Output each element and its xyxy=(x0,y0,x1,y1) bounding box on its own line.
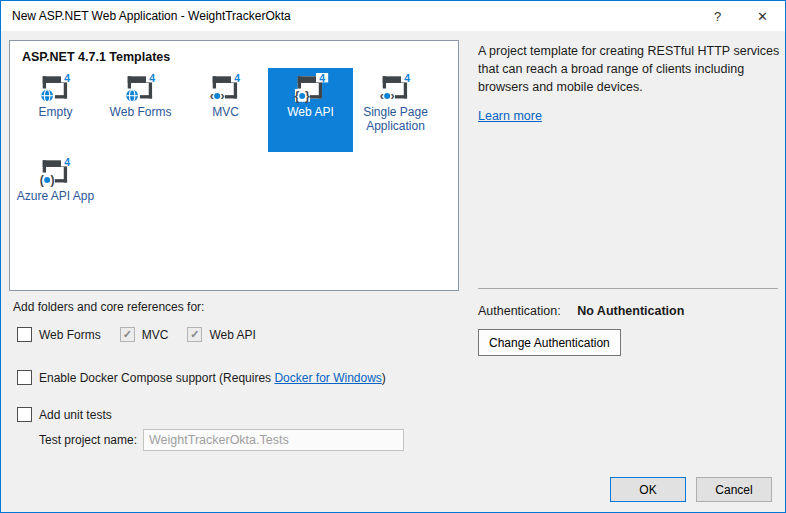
svg-text:4: 4 xyxy=(319,73,325,84)
add-unit-tests-checkbox[interactable] xyxy=(17,407,32,422)
svg-text:4: 4 xyxy=(234,73,240,84)
web-api-checkbox: ✓ xyxy=(187,327,202,342)
template-label: MVC xyxy=(212,106,239,120)
svg-text:›: › xyxy=(220,89,224,103)
template-icon: 4 ‹ › xyxy=(207,73,245,104)
authentication-value: No Authentication xyxy=(577,304,684,318)
separator-line xyxy=(478,288,778,289)
close-button[interactable]: ✕ xyxy=(740,1,785,31)
reference-option-mvc: ✓MVC xyxy=(120,327,169,342)
mvc-checkbox-label: MVC xyxy=(142,328,169,342)
docker-compose-checkbox[interactable] xyxy=(17,370,32,385)
window-title: New ASP.NET Web Application - WeightTrac… xyxy=(1,9,695,23)
svg-text:): ) xyxy=(50,173,54,187)
test-project-name-input xyxy=(143,429,404,451)
template-description: A project template for creating RESTful … xyxy=(478,43,784,123)
help-icon: ? xyxy=(714,9,721,24)
templates-panel: ASP.NET 4.7.1 Templates 4 Empty 4 Web Fo… xyxy=(9,40,459,291)
template-label: Empty xyxy=(38,106,72,120)
new-web-application-dialog: New ASP.NET Web Application - WeightTrac… xyxy=(0,0,786,513)
svg-text:4: 4 xyxy=(149,73,155,84)
authentication-row: Authentication: No Authentication xyxy=(478,304,684,318)
authentication-label: Authentication: xyxy=(478,304,561,318)
template-label: Web Forms xyxy=(110,106,172,120)
template-icon: 4 xyxy=(37,73,75,104)
mvc-checkbox: ✓ xyxy=(120,327,135,342)
dialog-body: ASP.NET 4.7.1 Templates 4 Empty 4 Web Fo… xyxy=(1,31,785,512)
close-icon: ✕ xyxy=(757,9,768,24)
svg-text:{: { xyxy=(294,89,299,103)
description-text: A project template for creating RESTful … xyxy=(478,43,784,96)
template-tile-mvc[interactable]: 4 ‹ › MVC xyxy=(183,68,268,152)
web-api-checkbox-label: Web API xyxy=(209,328,255,342)
docker-compose-row: Enable Docker Compose support (Requires … xyxy=(17,370,386,385)
cancel-button[interactable]: Cancel xyxy=(696,477,772,502)
template-icon: 4 ‹ › xyxy=(377,73,415,104)
docker-label-before: Enable Docker Compose support (Requires xyxy=(39,371,274,385)
template-label: Azure API App xyxy=(17,190,94,204)
web-forms-checkbox[interactable] xyxy=(17,327,32,342)
title-bar: New ASP.NET Web Application - WeightTrac… xyxy=(1,1,785,31)
web-forms-checkbox-label: Web Forms xyxy=(39,328,101,342)
template-tile-single-page-application[interactable]: 4 ‹ › Single Page Application xyxy=(353,68,438,152)
core-references-checkbox-row: Web Forms✓MVC✓Web API xyxy=(17,327,275,342)
help-button[interactable]: ? xyxy=(695,1,740,31)
folders-references-label: Add folders and core references for: xyxy=(13,300,204,314)
template-list: 4 Empty 4 Web Forms 4 ‹ › MVC xyxy=(13,68,453,236)
template-label: Web API xyxy=(287,106,333,120)
change-authentication-button[interactable]: Change Authentication xyxy=(478,329,621,356)
docker-compose-label: Enable Docker Compose support (Requires … xyxy=(39,371,386,385)
docker-for-windows-link[interactable]: Docker for Windows xyxy=(274,371,381,385)
template-tile-azure-api-app[interactable]: 4 ( ) Azure API App xyxy=(13,152,98,236)
reference-option-web-api: ✓Web API xyxy=(187,327,255,342)
learn-more-link[interactable]: Learn more xyxy=(478,109,542,123)
svg-text:‹: ‹ xyxy=(379,89,383,103)
template-tile-web-forms[interactable]: 4 Web Forms xyxy=(98,68,183,152)
add-unit-tests-label: Add unit tests xyxy=(39,408,112,422)
template-tile-web-api[interactable]: 4 { } Web API xyxy=(268,68,353,152)
svg-text:4: 4 xyxy=(64,157,70,168)
reference-option-web-forms: Web Forms xyxy=(17,327,101,342)
ok-button[interactable]: OK xyxy=(610,477,686,502)
template-icon: 4 ( ) xyxy=(37,157,75,188)
svg-text:4: 4 xyxy=(64,73,70,84)
template-icon: 4 { } xyxy=(292,73,330,104)
svg-text:}: } xyxy=(305,89,310,103)
svg-text:4: 4 xyxy=(404,73,410,84)
svg-text:‹: ‹ xyxy=(209,89,213,103)
add-unit-tests-row: Add unit tests xyxy=(17,407,112,422)
template-tile-empty[interactable]: 4 Empty xyxy=(13,68,98,152)
template-icon: 4 xyxy=(122,73,160,104)
svg-text:›: › xyxy=(390,89,394,103)
docker-label-after: ) xyxy=(382,371,386,385)
test-project-name-label: Test project name: xyxy=(39,433,137,447)
templates-header: ASP.NET 4.7.1 Templates xyxy=(22,50,170,64)
test-project-row: Test project name: xyxy=(39,429,404,451)
template-label: Single Page Application xyxy=(355,106,437,134)
